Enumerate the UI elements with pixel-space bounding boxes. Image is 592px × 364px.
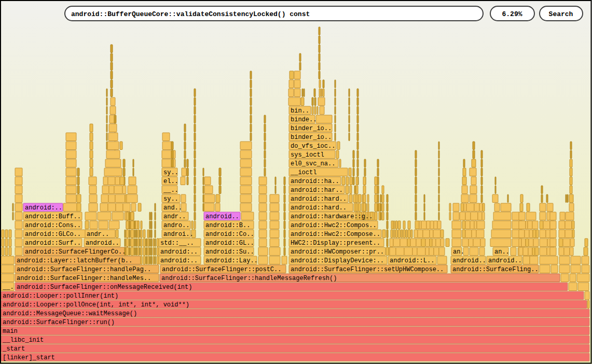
svg-text:android::SurfaceFlinger::setUp: android::SurfaceFlinger::setUpHWCompose.… xyxy=(291,266,444,273)
svg-text:android::Lay..: android::Lay.. xyxy=(205,257,258,264)
svg-text:android::hard..: android::hard.. xyxy=(291,204,347,212)
svg-text:andro..: andro.. xyxy=(163,222,189,229)
svg-text:android:..: android:.. xyxy=(160,257,198,264)
svg-text:binder_io..: binder_io.. xyxy=(291,134,332,141)
svg-text:android::L..: android::L.. xyxy=(390,257,434,264)
svg-text:binde..: binde.. xyxy=(291,116,316,123)
svg-text:android::hardware::g..: android::hardware::g.. xyxy=(291,213,373,220)
svg-text:andr..: andr.. xyxy=(163,213,186,220)
svg-text:main: main xyxy=(3,328,18,335)
svg-text:android::SurfaceFlinger::handl: android::SurfaceFlinger::handleMessageRe… xyxy=(161,275,337,282)
svg-text:android::Cons..: android::Cons.. xyxy=(25,222,81,229)
svg-text:android::BufferQueueCore::vali: android::BufferQueueCore::validateConsis… xyxy=(71,10,310,18)
svg-text:android::Looper::pollInner(int: android::Looper::pollInner(int) xyxy=(3,292,118,300)
svg-text:android::Layer::latchBuffer(b.: android::Layer::latchBuffer(b.. xyxy=(17,257,132,264)
svg-text:androi..: androi.. xyxy=(163,231,194,238)
svg-text:do_vfs_ioc..: do_vfs_ioc.. xyxy=(291,143,335,150)
svg-text:android::B..: android::B.. xyxy=(205,222,250,229)
svg-text:android::SurfaceFling..: android::SurfaceFling.. xyxy=(452,266,539,273)
svg-text:android::Looper::pollOnce(int,: android::Looper::pollOnce(int, int*, int… xyxy=(3,301,189,309)
svg-text:android::SurfaceFlinger::handl: android::SurfaceFlinger::handlePag.. xyxy=(17,266,151,273)
svg-text:sys_ioctl: sys_ioctl xyxy=(291,151,324,159)
svg-text:sy..: sy.. xyxy=(163,169,178,176)
svg-text:android..: android.. xyxy=(488,257,522,264)
svg-text:android..: android.. xyxy=(86,240,119,247)
svg-text:Search: Search xyxy=(549,10,573,18)
svg-text:android::SurfaceFlingerCo..: android::SurfaceFlingerCo.. xyxy=(25,248,126,256)
svg-text:_start: _start xyxy=(2,345,25,353)
svg-text:HWC2::Display::present..: HWC2::Display::present.. xyxy=(291,240,380,247)
svg-text:android::ha..: android::ha.. xyxy=(291,178,339,185)
svg-text:android::GLCo..: android::GLCo.. xyxy=(25,231,81,238)
svg-text:android::HWComposer::pr..: android::HWComposer::pr.. xyxy=(291,248,384,256)
svg-text:android::Surf..: android::Surf.. xyxy=(25,240,81,247)
svg-text:android::har..: android::har.. xyxy=(291,187,343,194)
svg-text:and..: and.. xyxy=(163,204,182,212)
svg-text:android::SurfaceFlinger::run(): android::SurfaceFlinger::run() xyxy=(3,319,115,326)
svg-text:el..: el.. xyxy=(163,178,178,185)
svg-text:andr..: andr.. xyxy=(87,231,109,238)
svg-text:sy..: sy.. xyxy=(163,195,178,203)
svg-text:an..: an.. xyxy=(494,248,510,256)
svg-text:android::Su..: android::Su.. xyxy=(205,248,254,256)
svg-text:android::hard..: android::hard.. xyxy=(291,195,347,203)
svg-text:6.29%: 6.29% xyxy=(502,10,522,18)
svg-text:android::SurfaceFlinger::onMes: android::SurfaceFlinger::onMessageReceiv… xyxy=(17,284,192,291)
svg-text:android::Hwc2::Compos..: android::Hwc2::Compos.. xyxy=(291,222,377,229)
svg-text:android::Co..: android::Co.. xyxy=(205,231,254,238)
svg-text:an.: an. xyxy=(453,248,464,256)
svg-text:__.: __. xyxy=(2,284,14,291)
svg-text:binder_io..: binder_io.. xyxy=(291,125,332,132)
svg-text:bin..: bin.. xyxy=(291,107,309,115)
svg-text:__ioctl: __ioctl xyxy=(290,169,316,176)
svg-text:android::SurfaceFlinger::handl: android::SurfaceFlinger::handleMes.. xyxy=(17,275,151,282)
svg-text:std::__..: std::__.. xyxy=(160,240,194,247)
svg-text:android..: android.. xyxy=(205,213,239,220)
svg-text:el0_svc_na..: el0_svc_na.. xyxy=(291,160,335,167)
svg-text:[linker]_start: [linker]_start xyxy=(3,354,55,361)
svg-text:__libc_init: __libc_init xyxy=(2,337,44,344)
svg-text:android::DisplayDevice:..: android::DisplayDevice:.. xyxy=(291,257,384,264)
svg-text:android::SurfaceFlinger::postC: android::SurfaceFlinger::postC.. xyxy=(162,266,281,273)
svg-text:android::MessageQueue::waitMes: android::MessageQueue::waitMessage() xyxy=(3,310,137,317)
svg-text:android::GL..: android::GL.. xyxy=(205,240,254,247)
svg-text:android:..: android:.. xyxy=(25,204,62,212)
svg-text:android::Buff..: android::Buff.. xyxy=(25,213,81,220)
svg-text:android::Hwc2::Compose..: android::Hwc2::Compose.. xyxy=(291,231,380,238)
svg-text:android:..: android:.. xyxy=(160,248,198,256)
svg-text:__..: __.. xyxy=(163,187,178,194)
svg-text:android..: android.. xyxy=(452,257,486,264)
